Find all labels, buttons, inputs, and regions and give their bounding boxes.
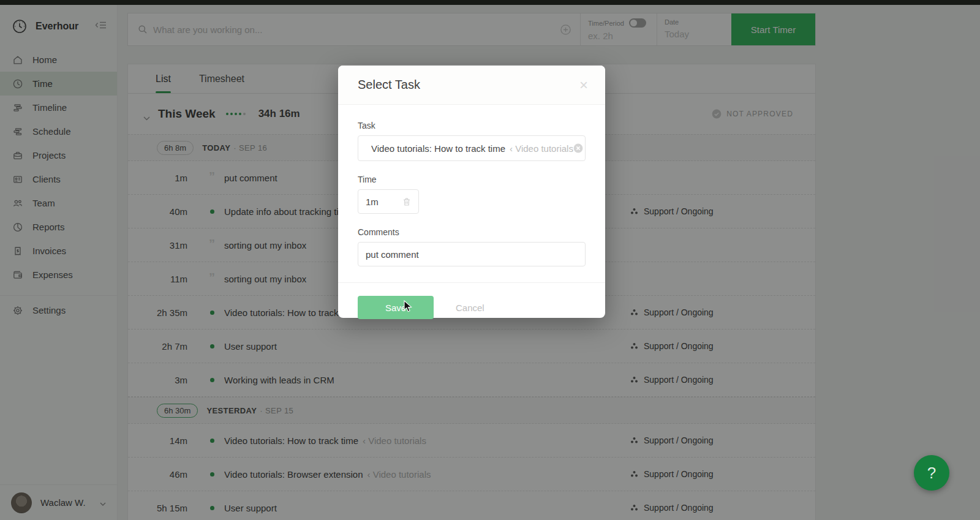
save-button[interactable]: Save bbox=[358, 296, 434, 319]
close-icon[interactable]: × bbox=[579, 79, 588, 91]
help-button[interactable]: ? bbox=[914, 455, 949, 491]
comments-input-value: put comment bbox=[366, 249, 419, 260]
task-select[interactable]: Video tutorials: How to track time ‹ Vid… bbox=[358, 135, 586, 161]
modal-title: Select Task bbox=[358, 78, 420, 92]
trash-icon[interactable] bbox=[402, 197, 411, 206]
clear-task-icon[interactable] bbox=[573, 143, 583, 153]
time-input[interactable]: 1m bbox=[358, 189, 419, 214]
comments-field-label: Comments bbox=[358, 227, 586, 237]
time-input-value: 1m bbox=[366, 197, 379, 207]
time-field-label: Time bbox=[358, 175, 586, 184]
modal-header: Select Task × bbox=[338, 66, 605, 105]
modal-footer: Save Cancel bbox=[338, 282, 605, 332]
comments-input[interactable]: put comment bbox=[358, 242, 586, 266]
cancel-button[interactable]: Cancel bbox=[456, 303, 484, 313]
select-task-modal: Select Task × Task Video tutorials: How … bbox=[338, 66, 605, 318]
modal-body: Task Video tutorials: How to track time … bbox=[338, 105, 605, 266]
task-select-parent: ‹ Video tutorials bbox=[510, 143, 573, 154]
task-field-label: Task bbox=[358, 121, 586, 130]
task-select-value: Video tutorials: How to track time bbox=[371, 143, 505, 154]
